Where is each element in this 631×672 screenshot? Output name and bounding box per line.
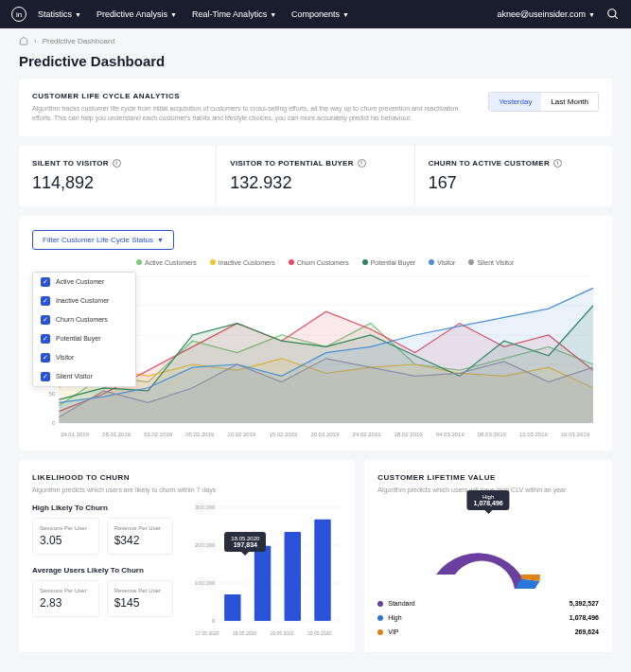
nav-components[interactable]: Components▼ [291,9,349,19]
lifecycle-desc: Algorithm tracks customer life cycle fro… [32,104,469,123]
toggle-last-month[interactable]: Last Month [541,93,598,111]
svg-point-0 [608,9,616,17]
donut-tooltip: High1,078,496 [467,490,510,510]
nav-statistics[interactable]: Statistics▼ [38,9,81,19]
lifecycle-title: CUSTOMER LIFE CYCLE ANALYTICS [32,92,469,100]
svg-text:50: 50 [49,391,56,397]
legend-item: Silent Visitor [468,259,514,266]
home-icon[interactable] [19,36,28,45]
metrics-card: SILENT TO VISITORi 114,892 VISITOR TO PO… [19,146,612,206]
svg-line-1 [615,16,618,19]
svg-text:100.000: 100.000 [195,580,216,586]
x-axis-labels: 24.01.201928.01.201901.02.201905.02.2019… [32,432,599,437]
churn-desc: Algorithm predicts which users are likel… [32,486,342,495]
legend-item: Inactive Customers [210,259,275,266]
toggle-yesterday[interactable]: Yesterday [489,93,541,111]
top-navigation: in Statistics▼ Predictive Analysis▼ Real… [0,0,631,28]
stat-high-sessions: Sessions Per User3.05 [32,518,99,555]
info-icon[interactable]: i [113,159,121,168]
nav-predictive[interactable]: Predictive Analysis▼ [96,9,177,19]
dropdown-option[interactable]: ✓Active Customer [33,273,135,292]
chevron-down-icon: ▼ [75,11,81,18]
chevron-down-icon: ▼ [270,11,276,18]
nav-realtime[interactable]: Real-Time Analytics▼ [192,9,276,19]
clv-title: CUSTOMER LIFETIME VALUE [377,473,599,482]
info-icon[interactable]: i [553,159,562,168]
churn-title: LIKELIHOOD TO CHURN [32,473,342,482]
dropdown-option[interactable]: ✓Silent Visitor [33,367,135,386]
time-range-toggle: Yesterday Last Month [488,92,599,112]
info-icon[interactable]: i [358,159,366,168]
clv-legend-row: Standard5,392,527 [377,596,599,610]
dropdown-option[interactable]: ✓Inactive Customer [33,292,135,310]
dropdown-option[interactable]: ✓Potential Buyer [33,329,135,348]
chevron-down-icon: ▼ [157,237,164,243]
breadcrumb: › Predictive Dashboard [0,28,631,53]
checkbox-icon: ✓ [41,296,50,306]
stat-avg-sessions: Sessions Per User2.83 [32,580,99,617]
metric-visitor-buyer: VISITOR TO POTENTIAL BUYERi 132.932 [217,146,414,206]
clv-card: CUSTOMER LIFETIME VALUE Algorithm predic… [364,460,612,653]
checkbox-icon: ✓ [41,334,50,344]
churn-card: LIKELIHOOD TO CHURN Algorithm predicts w… [19,460,355,653]
svg-text:0: 0 [212,618,216,624]
chevron-down-icon: ▼ [588,11,595,18]
svg-rect-25 [315,520,331,621]
svg-text:0: 0 [52,420,56,426]
logo-icon: in [11,7,26,22]
breadcrumb-current: Predictive Dashboard [43,37,114,45]
user-menu[interactable]: aknee@useinsider.com▼ [497,9,595,19]
breadcrumb-separator: › [34,37,37,45]
high-churn-title: High Likely To Churn [32,504,173,512]
stat-high-revenue: Revenue Per User$342 [107,518,174,555]
checkbox-icon: ✓ [41,372,50,381]
checkbox-icon: ✓ [41,277,50,287]
svg-rect-22 [224,594,240,621]
dropdown-option[interactable]: ✓Churn Customers [33,310,135,329]
clv-legend-row: High1,078,496 [377,610,599,625]
chevron-down-icon: ▼ [342,11,349,18]
lifecycle-chart-card: Filter Customer Life Cycle Status ▼ Acti… [19,216,612,451]
svg-text:200.000: 200.000 [195,542,216,548]
checkbox-icon: ✓ [41,315,50,325]
chart-legend: Active CustomersInactive CustomersChurn … [136,259,599,266]
clv-legend-row: VIP269,624 [377,625,599,639]
churn-bar-chart: 18.05.2020197,834 0100.000200.000300.000… [184,504,342,636]
legend-item: Potential Buyer [362,259,415,266]
legend-item: Visitor [429,259,455,266]
legend-item: Active Customers [136,259,197,266]
page-title: Predictive Dashboard [0,53,631,79]
search-icon[interactable] [606,8,620,21]
svg-rect-24 [285,532,301,621]
lifecycle-header-card: CUSTOMER LIFE CYCLE ANALYTICS Algorithm … [19,79,612,136]
filter-dropdown: ✓Active Customer✓Inactive Customer✓Churn… [32,272,136,387]
svg-text:300.000: 300.000 [195,504,216,510]
stat-avg-revenue: Revenue Per User$145 [107,580,174,617]
bar-tooltip: 18.05.2020197,834 [224,532,266,552]
chevron-down-icon: ▼ [170,11,177,18]
svg-rect-23 [254,546,271,621]
metric-churn-active: CHURN TO ACTIVE CUSTOMERi 167 [415,146,612,206]
filter-lifecycle-button[interactable]: Filter Customer Life Cycle Status ▼ [32,230,174,250]
dropdown-option[interactable]: ✓Visitor [33,348,135,367]
avg-churn-title: Average Users Likely To Churn [32,566,173,575]
checkbox-icon: ✓ [41,353,50,363]
legend-item: Churn Customers [289,259,349,266]
metric-silent-visitor: SILENT TO VISITORi 114,892 [19,146,217,206]
